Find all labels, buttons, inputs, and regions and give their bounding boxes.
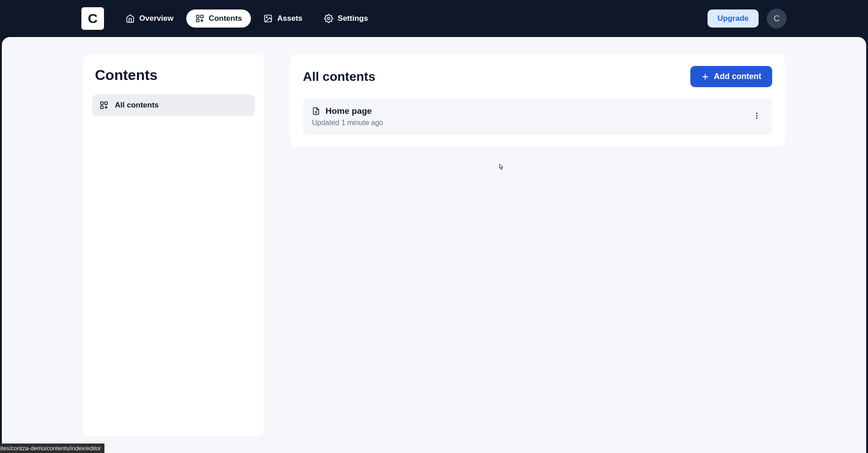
svg-rect-7 bbox=[105, 102, 108, 105]
topbar-right: Upgrade C bbox=[708, 9, 787, 28]
cursor-pointer-icon bbox=[497, 163, 505, 173]
status-bar-url: https://app.contza.com/websites/contza-d… bbox=[0, 444, 104, 453]
nav-assets-label: Assets bbox=[277, 14, 302, 23]
sidebar-item-all-contents[interactable]: All contents bbox=[92, 94, 255, 116]
page-title: All contents bbox=[303, 70, 375, 84]
content-panel: All contents Add content Home page Upd bbox=[290, 54, 785, 147]
nav-overview[interactable]: Overview bbox=[117, 9, 183, 28]
svg-point-11 bbox=[756, 112, 758, 114]
main-area: Contents All contents All contents Add c… bbox=[2, 37, 866, 453]
nav-overview-label: Overview bbox=[139, 14, 174, 23]
image-icon bbox=[264, 14, 273, 23]
topbar: C Overview Contents Assets bbox=[0, 0, 868, 37]
content-list: Home page Updated 1 minute ago bbox=[303, 98, 772, 135]
add-content-button[interactable]: Add content bbox=[690, 66, 772, 87]
gear-icon bbox=[324, 14, 333, 23]
document-icon bbox=[312, 107, 320, 115]
grid-plus-icon bbox=[195, 14, 204, 23]
card-body: Home page Updated 1 minute ago bbox=[312, 106, 383, 127]
nav-settings[interactable]: Settings bbox=[315, 9, 377, 28]
svg-rect-8 bbox=[101, 106, 104, 109]
svg-point-13 bbox=[756, 117, 758, 119]
sidebar-title: Contents bbox=[92, 67, 255, 84]
svg-point-12 bbox=[756, 115, 758, 117]
add-content-label: Add content bbox=[714, 72, 761, 81]
card-menu-button[interactable] bbox=[750, 110, 763, 123]
svg-rect-2 bbox=[196, 19, 199, 22]
upgrade-button[interactable]: Upgrade bbox=[708, 9, 759, 28]
sidebar: Contents All contents bbox=[83, 54, 264, 436]
app-logo[interactable]: C bbox=[81, 7, 104, 30]
topbar-left: C Overview Contents Assets bbox=[81, 7, 377, 30]
svg-point-5 bbox=[328, 18, 330, 20]
card-title-row: Home page bbox=[312, 106, 383, 116]
avatar[interactable]: C bbox=[767, 9, 787, 28]
card-title: Home page bbox=[326, 106, 372, 116]
content-header: All contents Add content bbox=[303, 66, 772, 87]
svg-point-4 bbox=[266, 17, 268, 18]
svg-rect-6 bbox=[101, 102, 104, 105]
home-icon bbox=[126, 14, 135, 23]
avatar-initial: C bbox=[774, 14, 780, 23]
sidebar-item-label: All contents bbox=[115, 101, 159, 110]
nav-settings-label: Settings bbox=[338, 14, 368, 23]
svg-rect-0 bbox=[196, 15, 199, 18]
more-vertical-icon bbox=[753, 112, 761, 121]
plus-icon bbox=[701, 73, 709, 81]
upgrade-label: Upgrade bbox=[717, 14, 749, 23]
nav-contents[interactable]: Contents bbox=[186, 9, 251, 28]
card-subtitle: Updated 1 minute ago bbox=[312, 119, 383, 127]
nav-assets[interactable]: Assets bbox=[255, 9, 311, 28]
svg-rect-1 bbox=[200, 15, 203, 18]
grid-plus-icon bbox=[99, 101, 108, 110]
nav-contents-label: Contents bbox=[209, 14, 242, 23]
content-card[interactable]: Home page Updated 1 minute ago bbox=[303, 98, 772, 135]
logo-letter: C bbox=[88, 11, 98, 26]
main-nav: Overview Contents Assets Settings bbox=[117, 9, 377, 28]
